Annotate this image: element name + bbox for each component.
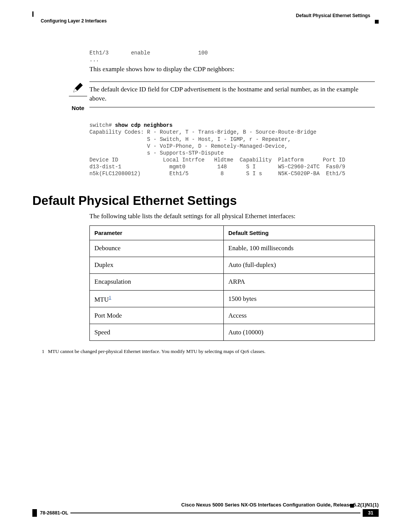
cell-setting: ARPA — [224, 273, 375, 290]
footer-accent-square — [350, 504, 354, 508]
cell-setting: Access — [224, 307, 375, 324]
chapter-title: Configuring Layer 2 Interfaces — [41, 18, 107, 24]
footer-crop-mark — [32, 509, 37, 517]
table-header-row: Parameter Default Setting — [90, 225, 375, 240]
footer-guide-title: Cisco Nexus 5000 Series NX-OS Interfaces… — [32, 502, 379, 508]
cell-param: Debounce — [90, 240, 224, 257]
page-header: Configuring Layer 2 Interfaces Default P… — [32, 11, 379, 24]
footnote-number: 1 — [42, 348, 48, 355]
cell-param: Port Mode — [90, 307, 224, 324]
footnote: 1 MTU cannot be changed per-physical Eth… — [42, 348, 379, 355]
table-header-parameter: Parameter — [90, 225, 224, 240]
table-row: Speed Auto (10000) — [90, 324, 375, 341]
note-label: Note — [72, 105, 84, 111]
cli-line: Device ID Local Intrfce Hldtme Capabilit… — [89, 157, 379, 163]
crop-mark-left: Configuring Layer 2 Interfaces — [32, 11, 107, 24]
cell-setting: Auto (10000) — [224, 324, 375, 341]
footnote-link[interactable]: 1 — [109, 294, 112, 300]
cli-line: S - Switch, H - Host, I - IGMP, r - Repe… — [89, 136, 379, 143]
footer-doc-number: 78-26881-OL — [40, 510, 68, 516]
cell-param: Duplex — [90, 257, 224, 273]
note-block: Note The default device ID field for CDP… — [67, 81, 375, 111]
cell-param: Speed — [90, 324, 224, 341]
section-title: Default Physical Ethernet Settings — [296, 13, 370, 18]
table-row: Duplex Auto (full-duplex) — [90, 257, 375, 273]
table-intro-text: The following table lists the default se… — [89, 212, 379, 220]
cli-output-block-1: Eth1/3 enable 100 ... This example shows… — [89, 50, 375, 74]
cli-line: Eth1/3 enable 100 — [89, 50, 375, 56]
table-row: Encapsulation ARPA — [90, 273, 375, 290]
cli-prompt-line: switch# show cdp neighbors — [89, 122, 379, 129]
table-row: Port Mode Access — [90, 307, 375, 324]
cell-setting: Enable, 100 milliseconds — [224, 240, 375, 257]
cli-line: Capability Codes: R - Router, T - Trans-… — [89, 129, 379, 136]
cell-param: Encapsulation — [90, 273, 224, 290]
footnote-text: MTU cannot be changed per-physical Ether… — [48, 348, 266, 355]
page-footer: Cisco Nexus 5000 Series NX-OS Interfaces… — [32, 502, 379, 517]
cli-output-block-2: switch# show cdp neighbors Capability Co… — [89, 122, 379, 177]
footer-page-number: 31 — [363, 509, 379, 517]
crop-mark-right: Default Physical Ethernet Settings — [296, 11, 379, 24]
table-row: Debounce Enable, 100 milliseconds — [90, 240, 375, 257]
cell-setting: 1500 bytes — [224, 290, 375, 307]
note-rule-top — [89, 81, 375, 82]
note-pen-icon — [72, 81, 84, 95]
cell-setting: Auto (full-duplex) — [224, 257, 375, 273]
cli-line: n5k(FLC12080012) Eth1/5 8 S I s N5K-C502… — [89, 170, 379, 177]
settings-table: Parameter Default Setting Debounce Enabl… — [89, 225, 375, 341]
table-row: MTU1 1500 bytes — [90, 290, 375, 307]
cli-line: ... — [89, 56, 375, 63]
note-rule-bottom — [89, 107, 375, 107]
table-header-setting: Default Setting — [224, 225, 375, 240]
cell-param: MTU1 — [90, 290, 224, 307]
footer-rule — [70, 513, 360, 517]
cli-line: V - VoIP-Phone, D - Remotely-Managed-Dev… — [89, 143, 379, 150]
heading-default-settings: Default Physical Ethernet Settings — [32, 193, 379, 208]
cli-line: s - Supports-STP-Dispute — [89, 150, 379, 157]
example-intro-text: This example shows how to display the CD… — [89, 65, 375, 74]
cli-line: d13-dist-1 mgmt0 148 S I WS-C2960-24TC F… — [89, 163, 379, 170]
note-text: The default device ID field for CDP adve… — [89, 85, 375, 103]
